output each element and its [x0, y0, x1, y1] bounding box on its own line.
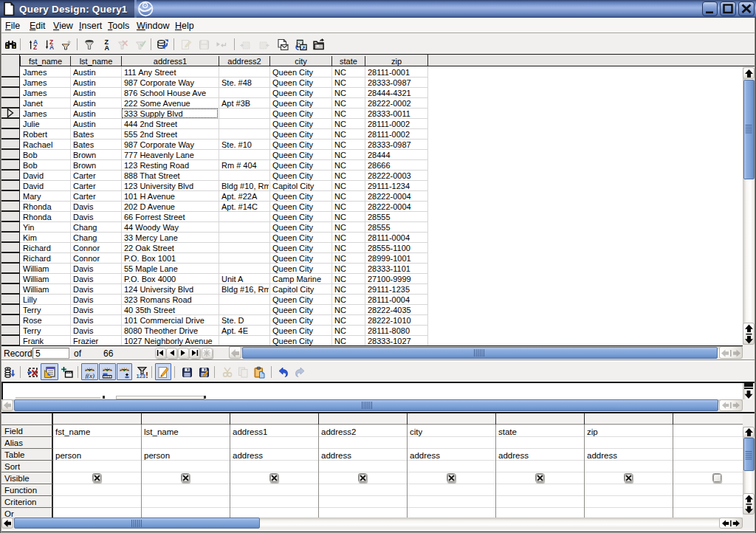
svg-text:!: ! [145, 371, 148, 379]
svg-text:123: 123 [137, 373, 146, 379]
svg-text:A: A [105, 44, 110, 51]
svg-text:f(x): f(x) [86, 372, 95, 379]
svg-text:Z: Z [33, 44, 37, 51]
svg-text:A: A [49, 44, 54, 51]
